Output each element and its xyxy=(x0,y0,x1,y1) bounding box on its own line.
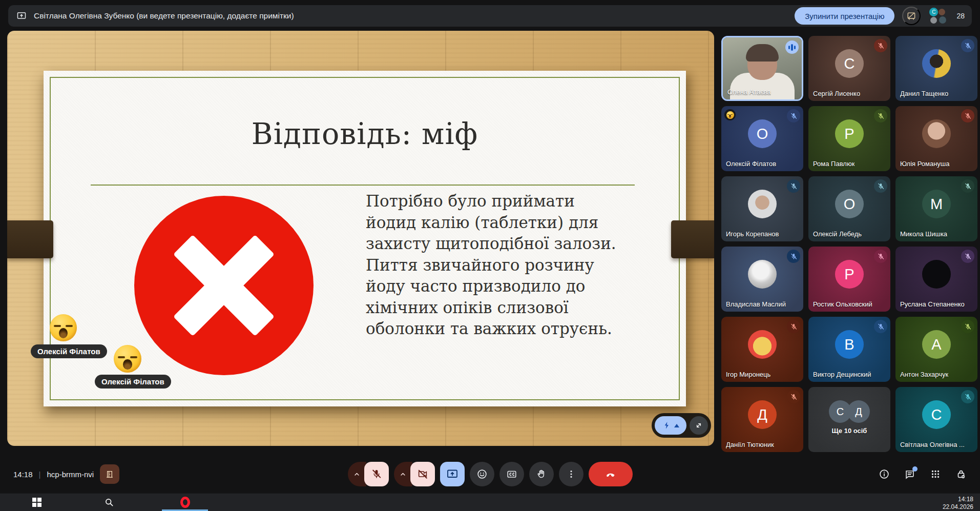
raise-hand-icon xyxy=(536,468,547,480)
participant-tile[interactable]: О Олексій Філатов xyxy=(721,106,803,171)
avatar: О xyxy=(835,190,864,218)
present-screen-icon xyxy=(446,468,458,480)
board-clip-left xyxy=(7,220,53,258)
chat-button[interactable] xyxy=(904,468,915,480)
reaction-emoji-badge xyxy=(724,109,736,120)
avatar xyxy=(748,260,777,289)
mini-avatar: C xyxy=(929,8,938,16)
avatar xyxy=(922,119,951,148)
activities-grid-icon xyxy=(930,468,941,480)
host-controls-button[interactable] xyxy=(955,468,967,480)
participant-name: Олексій Філатов xyxy=(726,160,776,168)
mic-off-icon xyxy=(787,179,800,193)
mic-off-icon xyxy=(874,179,887,193)
avatar-letter: С xyxy=(837,406,844,418)
red-x-circle xyxy=(134,196,314,375)
participant-tile[interactable]: Владислав Маслий xyxy=(721,247,803,312)
participant-tile[interactable]: Р Рома Павлюк xyxy=(808,106,890,171)
participant-tile[interactable]: М Микола Шишка xyxy=(895,176,977,241)
mic-options-chevron[interactable] xyxy=(348,462,366,486)
participant-tile[interactable]: А Антон Захарчук xyxy=(895,317,977,382)
mini-avatar xyxy=(939,9,945,15)
more-options-button[interactable] xyxy=(559,462,583,486)
participant-tile[interactable]: Ігор Миронець xyxy=(721,317,803,382)
avatar-letter: А xyxy=(931,336,941,353)
fullscreen-button[interactable] xyxy=(690,416,708,435)
taskbar-clock[interactable]: 14:18 22.04.2026 xyxy=(940,495,976,511)
yawning-emoji xyxy=(50,314,77,341)
mic-off-icon xyxy=(874,320,887,333)
participant-tile[interactable]: Данил Тащенко xyxy=(895,36,977,101)
mic-off-icon xyxy=(961,179,974,193)
reactions-button[interactable] xyxy=(470,462,494,486)
mic-off-icon xyxy=(961,109,974,122)
raise-hand-button[interactable] xyxy=(529,462,554,486)
participant-tile[interactable]: Д Даніїл Тютюник xyxy=(721,387,803,452)
camera-options-chevron[interactable] xyxy=(394,462,412,486)
meeting-room-door-icon[interactable] xyxy=(100,464,119,484)
mic-off-icon xyxy=(787,390,800,403)
separator: | xyxy=(39,470,41,479)
quick-actions-button[interactable] xyxy=(655,416,686,435)
taskbar-date: 22.04.2026 xyxy=(943,503,973,511)
x-mark-icon xyxy=(170,231,278,340)
mic-off-icon xyxy=(961,320,974,333)
meeting-info-button[interactable] xyxy=(879,468,890,480)
avatar xyxy=(748,190,777,218)
avatar xyxy=(748,330,777,359)
participant-name: Игорь Корепанов xyxy=(726,230,779,238)
mic-off-icon xyxy=(787,109,800,122)
captions-icon xyxy=(506,468,517,480)
participant-tile[interactable]: Р Ростик Ольховский xyxy=(808,247,890,312)
lightning-zap-icon xyxy=(662,421,672,430)
windows-start-button[interactable] xyxy=(25,494,49,511)
participant-name: Олексій Лебедь xyxy=(813,230,862,238)
participant-tile[interactable]: Олена Атаєва xyxy=(721,36,803,101)
reaction-name-badge: Олексій Філатов xyxy=(95,375,171,389)
reaction-name-badge: Олексій Філатов xyxy=(31,344,107,358)
present-screen-button[interactable] xyxy=(440,462,465,486)
avatar xyxy=(922,260,951,289)
participant-name: Світлана Олегівна ... xyxy=(900,441,965,448)
taskbar-time: 14:18 xyxy=(943,496,973,503)
participant-tile[interactable]: О Олексій Лебедь xyxy=(808,176,890,241)
windows-taskbar: 14:18 22.04.2026 xyxy=(0,493,980,511)
captions-button[interactable] xyxy=(499,462,524,486)
avatar-letter: С xyxy=(931,406,942,423)
participant-tile[interactable]: Руслана Степаненко xyxy=(895,247,977,312)
participant-tile[interactable]: С Д Ще 10 осіб xyxy=(808,387,890,452)
chat-notification-dot xyxy=(912,466,918,472)
mini-avatar xyxy=(939,16,946,24)
participants-cluster[interactable]: C xyxy=(928,7,951,25)
participant-name: Виктор Дещинский xyxy=(813,371,871,378)
camera-off-button[interactable] xyxy=(410,462,435,486)
mini-avatar xyxy=(930,17,937,24)
avatar: В xyxy=(835,330,864,359)
whiteboard-disabled-icon[interactable] xyxy=(902,7,921,25)
participant-name: Олена Атаєва xyxy=(727,88,771,96)
participant-name: Владислав Маслий xyxy=(726,300,786,308)
participant-name: Сергій Лисенко xyxy=(813,90,860,97)
mic-off-icon xyxy=(787,320,800,333)
participant-tile[interactable]: Игорь Корепанов xyxy=(721,176,803,241)
avatar: О xyxy=(748,119,777,148)
board-clip-right xyxy=(671,220,714,258)
activities-button[interactable] xyxy=(930,468,941,480)
windows-start-icon xyxy=(32,498,41,507)
participant-name: Руслана Степаненко xyxy=(900,300,965,308)
mic-off-button[interactable] xyxy=(364,462,389,486)
end-call-button[interactable] xyxy=(589,462,633,486)
taskbar-search-button[interactable] xyxy=(97,494,121,511)
participant-tile[interactable]: С Світлана Олегівна ... xyxy=(895,387,977,452)
presenting-label: Світлана Олегівна Зубенко (ви ведете пре… xyxy=(34,11,294,21)
stop-presentation-button[interactable]: Зупинити презентацію xyxy=(795,7,894,25)
participant-tile[interactable]: В Виктор Дещинский xyxy=(808,317,890,382)
opera-browser-button[interactable] xyxy=(173,494,197,511)
participant-name: Даніїл Тютюник xyxy=(726,441,774,448)
opera-browser-icon xyxy=(180,497,190,508)
camera-control-group xyxy=(394,462,435,486)
avatar-letter: Д xyxy=(855,406,862,418)
participant-tile[interactable]: С Сергій Лисенко xyxy=(808,36,890,101)
participant-name: Микола Шишка xyxy=(900,230,947,238)
participant-tile[interactable]: Юлія Романуша xyxy=(895,106,977,171)
